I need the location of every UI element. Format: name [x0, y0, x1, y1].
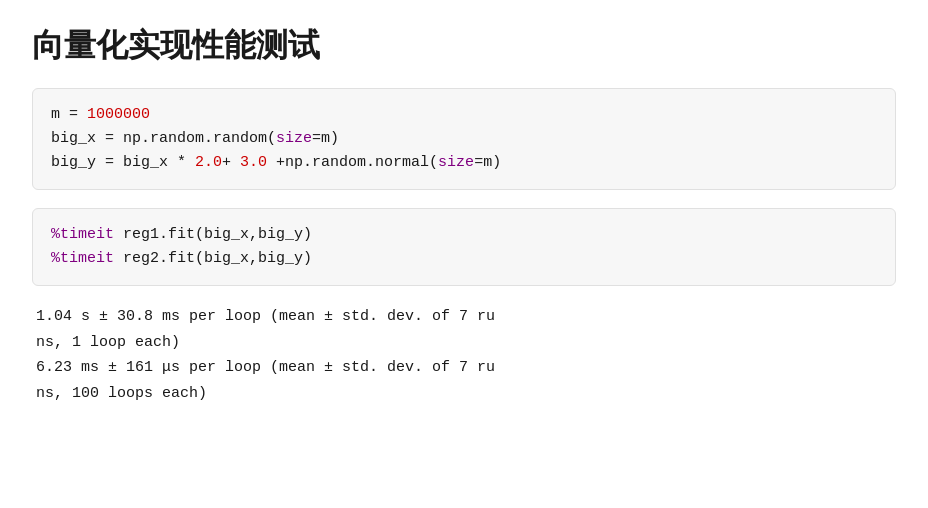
code-block-2: %timeit reg1.fit(big_x,big_y) %timeit re…: [32, 208, 896, 286]
code-line: %timeit reg1.fit(big_x,big_y): [51, 223, 877, 247]
output-line-1: 1.04 s ± 30.8 ms per loop (mean ± std. d…: [36, 304, 892, 330]
output-line-2b: ns, 100 loops each): [36, 381, 892, 407]
code-block-1: m = 1000000 big_x = np.random.random(siz…: [32, 88, 896, 190]
page-title: 向量化实现性能测试: [32, 24, 896, 68]
code-line: %timeit reg2.fit(big_x,big_y): [51, 247, 877, 271]
output-line-1b: ns, 1 loop each): [36, 330, 892, 356]
output-block: 1.04 s ± 30.8 ms per loop (mean ± std. d…: [32, 304, 896, 406]
output-line-2: 6.23 ms ± 161 μs per loop (mean ± std. d…: [36, 355, 892, 381]
code-line: big_x = np.random.random(size=m): [51, 127, 877, 151]
code-line: m = 1000000: [51, 103, 877, 127]
code-line: big_y = big_x * 2.0+ 3.0 +np.random.norm…: [51, 151, 877, 175]
